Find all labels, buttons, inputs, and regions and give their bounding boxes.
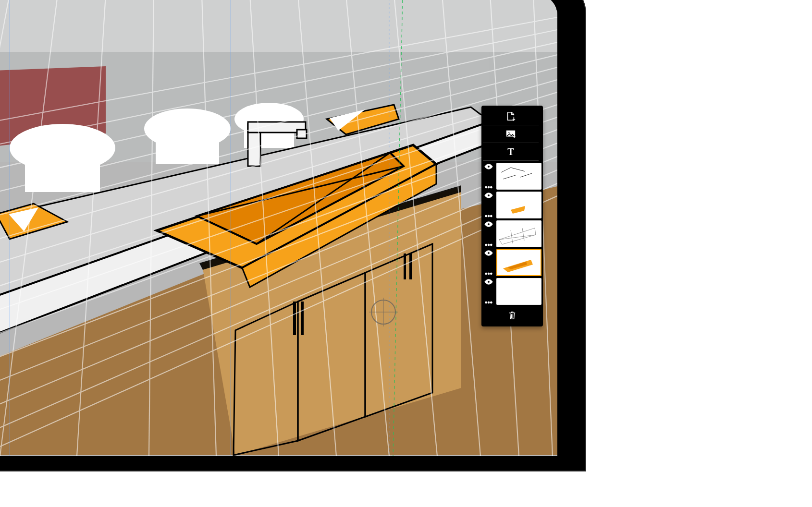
- drawing-canvas[interactable]: [0, 0, 557, 456]
- visibility-icon[interactable]: [484, 164, 493, 169]
- cursor-crosshair-icon: [371, 300, 396, 325]
- new-page-icon: [505, 111, 516, 121]
- svg-point-84: [488, 223, 490, 226]
- svg-line-89: [499, 235, 536, 240]
- visibility-icon[interactable]: [484, 250, 493, 256]
- svg-rect-9: [293, 302, 296, 335]
- svg-point-73: [488, 186, 490, 188]
- svg-point-71: [488, 166, 490, 168]
- svg-point-74: [490, 186, 492, 188]
- insert-image-button[interactable]: [483, 125, 539, 143]
- svg-point-99: [485, 302, 487, 303]
- delete-layer-button[interactable]: [483, 307, 541, 324]
- svg-line-75: [501, 168, 511, 172]
- svg-point-94: [488, 273, 490, 275]
- layers-list: [483, 163, 541, 305]
- layer-controls: [483, 249, 494, 276]
- layer-controls: [483, 192, 494, 218]
- svg-point-101: [490, 302, 492, 303]
- svg-line-78: [520, 173, 532, 177]
- svg-point-93: [485, 273, 487, 275]
- svg-point-82: [490, 215, 492, 217]
- svg-rect-12: [409, 254, 412, 279]
- tablet-bezel: T: [0, 0, 585, 471]
- more-icon[interactable]: [485, 186, 492, 189]
- svg-marker-88: [499, 228, 536, 244]
- image-icon: [505, 129, 516, 139]
- svg-point-70: [508, 132, 510, 133]
- svg-rect-16: [25, 149, 100, 192]
- layer-thumb[interactable]: [496, 163, 541, 190]
- svg-point-87: [490, 244, 492, 246]
- layer-row[interactable]: [483, 163, 541, 190]
- layer-controls: [483, 220, 494, 247]
- layer-row[interactable]: [483, 249, 541, 276]
- layer-thumb[interactable]: [496, 249, 541, 276]
- layer-row[interactable]: [483, 192, 541, 218]
- svg-point-79: [488, 194, 490, 197]
- more-icon[interactable]: [485, 301, 492, 304]
- layer-thumb[interactable]: [496, 192, 541, 218]
- svg-point-92: [488, 252, 490, 254]
- svg-point-80: [485, 215, 487, 217]
- svg-rect-11: [404, 254, 406, 279]
- svg-point-81: [488, 215, 490, 217]
- svg-point-98: [488, 281, 490, 283]
- layer-row[interactable]: [483, 220, 541, 247]
- more-icon[interactable]: [485, 243, 492, 246]
- new-page-button[interactable]: [483, 108, 539, 125]
- visibility-icon[interactable]: [484, 279, 493, 285]
- more-icon[interactable]: [485, 215, 492, 217]
- visibility-icon[interactable]: [484, 193, 493, 198]
- svg-point-72: [485, 186, 487, 188]
- layer-controls: [483, 163, 494, 190]
- svg-point-95: [490, 273, 492, 275]
- svg-line-77: [503, 175, 516, 179]
- svg-marker-83: [511, 206, 525, 214]
- svg-point-100: [488, 302, 490, 303]
- svg-point-85: [485, 244, 487, 246]
- layer-thumb[interactable]: [496, 278, 541, 305]
- visibility-icon[interactable]: [484, 221, 493, 227]
- more-icon[interactable]: [485, 272, 492, 275]
- trash-icon: [508, 311, 517, 320]
- svg-line-76: [511, 168, 525, 171]
- svg-rect-10: [301, 302, 304, 335]
- layers-panel: T: [481, 106, 543, 326]
- text-icon: T: [507, 147, 514, 157]
- text-tool-button[interactable]: T: [483, 143, 539, 161]
- svg-point-86: [488, 244, 490, 246]
- layer-thumb[interactable]: [496, 220, 541, 247]
- layer-controls: [483, 278, 494, 305]
- svg-line-90: [511, 230, 513, 243]
- canvas-viewport[interactable]: T: [0, 0, 557, 456]
- layer-row[interactable]: [483, 278, 541, 305]
